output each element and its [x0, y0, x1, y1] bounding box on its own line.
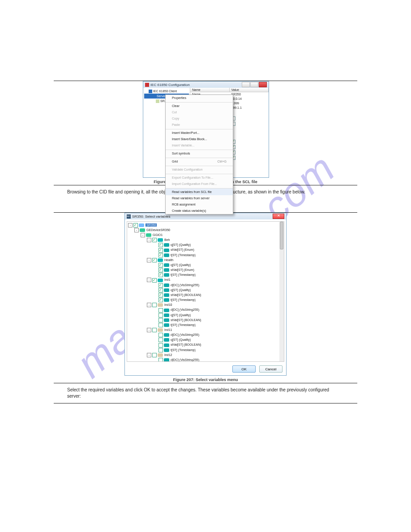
tree-node[interactable]: stVal[ST] (BOOLEAN): [128, 342, 283, 347]
menu-rcb[interactable]: RCB assignment: [166, 202, 233, 208]
node-icon: [158, 279, 163, 282]
menu-read-server[interactable]: Read variables from server: [166, 195, 233, 202]
tree-label: GGIO1: [153, 233, 163, 236]
tree-node[interactable]: t[ST] (Timestamp): [128, 272, 283, 277]
tree-node[interactable]: t[ST] (Timestamp): [128, 348, 283, 352]
menu-sort[interactable]: Sort symbols: [166, 150, 233, 157]
menu-clear[interactable]: Clear: [166, 102, 233, 109]
checkbox[interactable]: [158, 248, 163, 253]
checkbox[interactable]: [152, 258, 157, 262]
checkbox[interactable]: [158, 343, 163, 348]
app-icon: IEC: [127, 215, 131, 219]
checkbox[interactable]: [158, 298, 163, 302]
checkbox[interactable]: [158, 273, 163, 277]
checkbox[interactable]: [158, 253, 163, 257]
app-icon: [145, 83, 149, 87]
checkbox[interactable]: [152, 328, 157, 332]
tree-node[interactable]: q[ST] (Quality): [128, 287, 283, 292]
window-title: SR350: Select variables: [132, 215, 170, 219]
tree-node[interactable]: t[ST] (Timestamp): [128, 253, 283, 257]
tree-node[interactable]: d[DC] (VisString255): [128, 283, 283, 287]
tree-label: q[ST] (Quality): [171, 313, 191, 317]
titlebar[interactable]: IEC 61850 Configuration: [143, 82, 269, 88]
figure-caption-2: Figure 207: Select variables menu: [0, 378, 411, 382]
tree-node[interactable]: -Beh: [128, 237, 283, 242]
collapse-icon[interactable]: -: [147, 353, 151, 357]
menu-insert-slave[interactable]: Insert Slave/Data Block...: [166, 136, 233, 142]
checkbox[interactable]: [152, 303, 157, 307]
grid-header: Name Value: [190, 88, 269, 92]
cancel-button[interactable]: Cancel: [259, 365, 283, 373]
tree-label: Ind1: [164, 278, 171, 281]
checkbox[interactable]: [158, 338, 163, 342]
folder-icon: [149, 90, 152, 93]
checkbox[interactable]: [158, 283, 163, 287]
checkbox[interactable]: [152, 238, 157, 242]
menu-create-status[interactable]: Create status variable(s): [166, 208, 233, 214]
tree-node[interactable]: -GGIO1: [128, 232, 283, 237]
tree-node[interactable]: q[ST] (Quality): [128, 262, 283, 267]
tree-node[interactable]: t[ST] (Timestamp): [128, 297, 283, 302]
tree-node[interactable]: stVal[ST] (BOOLEAN): [128, 292, 283, 297]
attr-icon: [164, 338, 169, 342]
checkbox[interactable]: [152, 278, 157, 283]
collapse-icon[interactable]: -: [147, 278, 151, 282]
checkbox[interactable]: [158, 293, 163, 297]
checkbox[interactable]: [158, 313, 163, 317]
tree-node[interactable]: -Ind11: [128, 327, 283, 332]
checkbox[interactable]: [158, 358, 163, 362]
tree-node[interactable]: q[ST] (Quality): [128, 337, 283, 342]
tree-node[interactable]: -Health: [128, 257, 283, 262]
scroll-thumb[interactable]: [280, 222, 283, 249]
minimize-button[interactable]: [242, 82, 250, 87]
ok-button[interactable]: OK: [232, 365, 256, 373]
collapse-icon[interactable]: -: [147, 258, 151, 262]
checkbox[interactable]: [158, 243, 163, 247]
tree-node[interactable]: d[DC] (VisString255): [128, 307, 283, 312]
tree-root[interactable]: IEC 61850 Client: [144, 89, 189, 94]
tree-node[interactable]: d[DC] (VisString255): [128, 357, 283, 362]
menu-read-scl[interactable]: Read variables from SCL file: [166, 188, 233, 195]
menu-insert-master[interactable]: Insert Master/Port...: [166, 129, 233, 136]
tree-node[interactable]: -Ind12: [128, 352, 283, 357]
checkbox[interactable]: [152, 353, 157, 357]
collapse-icon[interactable]: -: [134, 228, 139, 232]
maximize-button[interactable]: [250, 82, 258, 87]
scrollbar[interactable]: [279, 222, 284, 361]
menu-grid[interactable]: GridCtrl+G: [166, 158, 233, 165]
checkbox[interactable]: [158, 288, 163, 292]
attr-icon: [164, 343, 169, 347]
tree-node[interactable]: stVal[ST] (Enum): [128, 247, 283, 252]
tree-node[interactable]: stVal[ST] (Enum): [128, 267, 283, 272]
tree-node[interactable]: -SR350: [128, 223, 283, 227]
collapse-icon[interactable]: -: [141, 233, 145, 237]
checkbox[interactable]: [158, 318, 163, 322]
checkbox[interactable]: [158, 348, 163, 352]
close-button[interactable]: ✕: [273, 214, 284, 219]
tree-node[interactable]: -Ind1: [128, 277, 283, 282]
checkbox[interactable]: [158, 323, 163, 327]
tree-node[interactable]: q[ST] (Quality): [128, 242, 283, 247]
collapse-icon[interactable]: -: [147, 238, 151, 242]
collapse-icon[interactable]: -: [128, 223, 133, 227]
menu-copy: Copy: [166, 116, 233, 122]
tree-node[interactable]: q[ST] (Quality): [128, 313, 283, 317]
menu-validate: Validate Configuration: [166, 166, 233, 173]
tree-node[interactable]: -Ind10: [128, 302, 283, 307]
collapse-icon[interactable]: -: [147, 328, 151, 332]
checkbox[interactable]: [158, 268, 163, 272]
checkbox[interactable]: [158, 263, 163, 267]
checkbox[interactable]: [133, 223, 138, 227]
close-button[interactable]: [259, 82, 267, 87]
menu-properties[interactable]: Properties: [166, 95, 233, 101]
checkbox[interactable]: [158, 308, 163, 313]
checkbox[interactable]: [158, 333, 163, 337]
tree-node[interactable]: -GEDeviceSR350: [128, 227, 283, 232]
tree-label: Health: [164, 258, 173, 262]
var-tree[interactable]: -SR350-GEDeviceSR350-GGIO1-Behq[ST] (Qua…: [127, 221, 284, 362]
menu-cut: Cut: [166, 109, 233, 116]
collapse-icon[interactable]: -: [147, 303, 151, 307]
tree-node[interactable]: stVal[ST] (BOOLEAN): [128, 317, 283, 322]
tree-node[interactable]: d[DC] (VisString255): [128, 332, 283, 337]
tree-node[interactable]: t[ST] (Timestamp): [128, 322, 283, 327]
